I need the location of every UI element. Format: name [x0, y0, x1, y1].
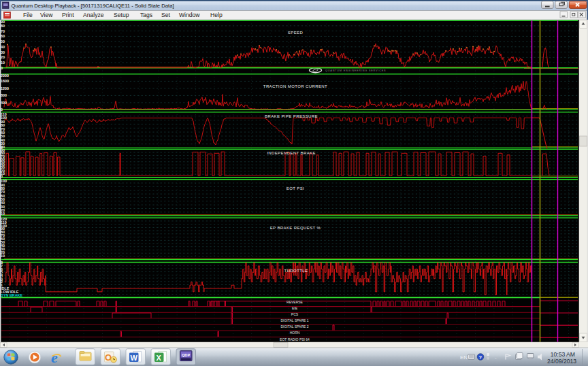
svg-text:20: 20	[1, 55, 5, 59]
svg-text:Quantum Desktop Playback - [50: Quantum Desktop Playback - [50171319CALI…	[12, 3, 174, 9]
svg-text:QDP: QDP	[182, 353, 190, 357]
svg-text:Tags: Tags	[140, 12, 152, 18]
svg-text:EOT PSI: EOT PSI	[287, 186, 304, 190]
svg-text:40: 40	[1, 45, 5, 49]
svg-text:PCS: PCS	[291, 312, 299, 316]
svg-text:DIGITAL SPARE 1: DIGITAL SPARE 1	[280, 318, 308, 322]
svg-text:Window: Window	[179, 12, 200, 18]
svg-text:HORN: HORN	[290, 331, 300, 335]
svg-text:10: 10	[1, 212, 5, 216]
svg-text:BRAKE PIPE PRESSURE: BRAKE PIPE PRESSURE	[265, 114, 318, 118]
svg-text:0: 0	[1, 174, 3, 178]
svg-text:10:53 AM: 10:53 AM	[551, 351, 575, 358]
svg-text:THROTTLE: THROTTLE	[284, 269, 308, 273]
svg-text:SPEED: SPEED	[288, 31, 304, 35]
svg-text:Help: Help	[210, 12, 223, 18]
svg-text:0: 0	[1, 107, 3, 112]
svg-text:0: 0	[1, 66, 3, 70]
svg-text:Print: Print	[62, 12, 74, 18]
svg-text:File: File	[23, 12, 33, 18]
svg-text:View: View	[40, 12, 53, 18]
svg-text:O: O	[105, 352, 112, 363]
svg-text:INDEPENDENT BRAKE: INDEPENDENT BRAKE	[267, 151, 316, 155]
svg-text:EN: EN	[460, 354, 468, 361]
svg-text:2000: 2000	[1, 73, 9, 78]
svg-text:400: 400	[1, 101, 7, 105]
svg-text:10: 10	[1, 61, 5, 65]
svg-text:80: 80	[1, 24, 5, 28]
svg-text:DYN BRAKE: DYN BRAKE	[1, 293, 22, 297]
svg-text:70: 70	[1, 29, 5, 33]
svg-text:?: ?	[479, 354, 483, 361]
svg-text:W: W	[131, 354, 138, 362]
svg-text:-: -	[495, 354, 497, 361]
svg-text:1200: 1200	[1, 86, 9, 90]
svg-text:DIGITAL SPARE 2: DIGITAL SPARE 2	[280, 325, 308, 329]
svg-text:e: e	[51, 349, 58, 366]
svg-text:TRACTION MOTOR CURRENT: TRACTION MOTOR CURRENT	[263, 84, 327, 88]
svg-text:30: 30	[1, 50, 5, 54]
svg-text:60: 60	[1, 34, 5, 38]
svg-text:50: 50	[1, 39, 5, 44]
svg-text:EP BRAKE REQUEST %: EP BRAKE REQUEST %	[270, 226, 321, 230]
svg-text:Set: Set	[161, 12, 171, 18]
svg-text:EIE: EIE	[292, 306, 298, 310]
svg-text:REVERSE: REVERSE	[287, 300, 304, 304]
svg-text:10: 10	[1, 254, 5, 258]
svg-text:1600: 1600	[1, 79, 9, 83]
svg-text:Analyze: Analyze	[83, 12, 104, 18]
svg-text:X: X	[157, 354, 162, 362]
svg-text:24/09/2013: 24/09/2013	[547, 358, 576, 365]
svg-text:800: 800	[1, 93, 7, 97]
svg-text:QUANTUM ENGINEERING SERVICES: QUANTUM ENGINEERING SERVICES	[325, 69, 386, 72]
svg-text:EOT RADIO PSI 64: EOT RADIO PSI 64	[280, 337, 310, 342]
svg-text:Setup: Setup	[114, 12, 129, 18]
